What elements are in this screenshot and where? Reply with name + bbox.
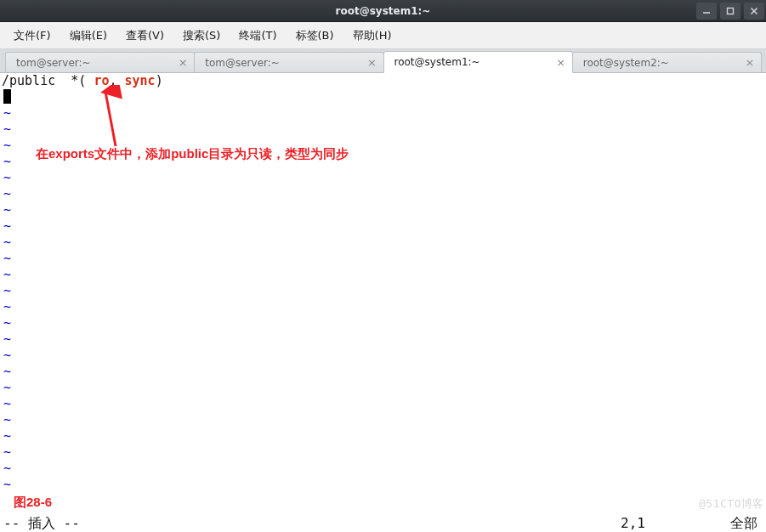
tab-label: tom@server:~ <box>205 57 362 69</box>
maximize-icon <box>726 7 735 15</box>
menu-help[interactable]: 帮助(H) <box>344 25 400 47</box>
text-cursor <box>3 89 11 104</box>
annotation-text: 在exports文件中，添加public目录为只读，类型为同步 <box>36 145 349 161</box>
terminal-area[interactable]: /public *( ro, sync) ~ ~ ~ ~ ~ ~ ~ ~ ~ ~… <box>0 73 766 532</box>
vim-cursor-pos: 2,1 <box>80 515 730 531</box>
tab-2[interactable]: tom@server:~ × <box>194 52 383 72</box>
vim-mode: -- 插入 -- <box>3 515 80 531</box>
tab-3[interactable]: root@system1:~ × <box>383 51 573 73</box>
tab-bar: tom@server:~ × tom@server:~ × root@syste… <box>0 49 766 73</box>
svg-rect-1 <box>728 8 734 14</box>
window-title: root@system1:~ <box>0 5 766 17</box>
vim-status-line: -- 插入 -- 2,1 全部 <box>0 513 766 532</box>
annotation-arrow <box>95 85 146 153</box>
tab-label: root@system2:~ <box>583 57 740 69</box>
watermark: @51CTO博客 <box>699 495 764 512</box>
menu-tabs[interactable]: 标签(B) <box>287 25 343 47</box>
tab-4[interactable]: root@system2:~ × <box>572 52 762 72</box>
menu-terminal[interactable]: 终端(T) <box>230 25 285 47</box>
minimize-icon <box>702 7 711 15</box>
editor-line-1: /public *( ro, sync) <box>2 73 766 89</box>
maximize-button[interactable] <box>720 3 740 20</box>
vim-tildes: ~ ~ ~ ~ ~ ~ ~ ~ ~ ~ ~ ~ ~ ~ ~ ~ ~ ~ ~ ~ … <box>3 105 11 493</box>
tab-close-icon[interactable]: × <box>555 56 567 68</box>
menu-view[interactable]: 查看(V) <box>117 25 173 47</box>
menu-file[interactable]: 文件(F) <box>5 25 60 47</box>
menu-bar: 文件(F) 编辑(E) 查看(V) 搜索(S) 终端(T) 标签(B) 帮助(H… <box>0 22 766 49</box>
tab-close-icon[interactable]: × <box>744 57 756 69</box>
menu-edit[interactable]: 编辑(E) <box>61 25 116 47</box>
tab-close-icon[interactable]: × <box>177 57 189 69</box>
close-button[interactable] <box>744 3 764 20</box>
close-icon <box>750 7 758 15</box>
vim-scroll: 全部 <box>730 515 763 531</box>
tab-close-icon[interactable]: × <box>366 57 378 69</box>
minimize-button[interactable] <box>696 3 717 20</box>
title-bar: root@system1:~ <box>0 0 766 22</box>
figure-label: 图28-6 <box>14 494 52 510</box>
tab-1[interactable]: tom@server:~ × <box>5 52 195 72</box>
tab-label: root@system1:~ <box>394 56 552 68</box>
menu-search[interactable]: 搜索(S) <box>174 25 229 47</box>
window-buttons <box>695 0 766 22</box>
editor-content: /public *( ro, sync) ~ ~ ~ ~ ~ ~ ~ ~ ~ ~… <box>2 73 766 89</box>
tab-label: tom@server:~ <box>16 57 173 69</box>
svg-line-4 <box>105 92 116 146</box>
